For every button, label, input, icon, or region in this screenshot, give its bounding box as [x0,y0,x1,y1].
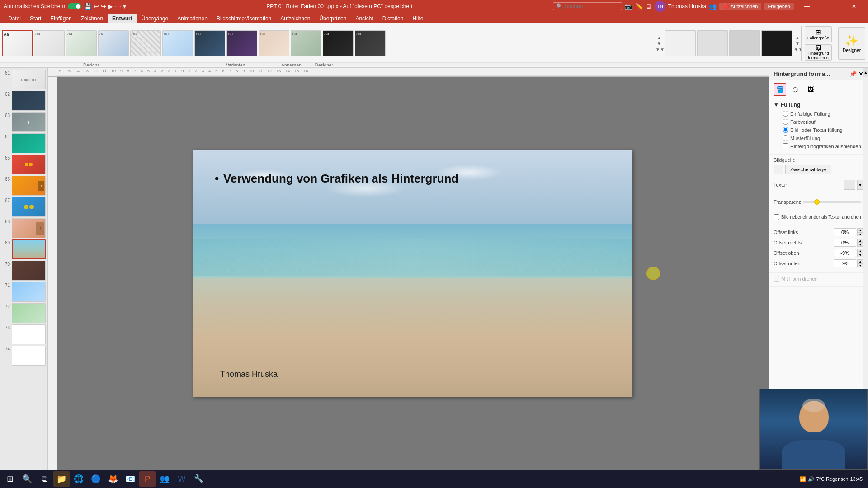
fullung-header[interactable]: ▼ Füllung [774,102,863,108]
tab-hilfe[interactable]: Hilfe [408,14,428,23]
variant-3[interactable] [729,30,760,56]
redo-icon[interactable]: ↪ [101,3,106,10]
tab-ansicht[interactable]: Ansicht [351,14,377,23]
variants-scroll[interactable]: ▲ ▼ ▼▼ [794,35,801,52]
theme-7[interactable]: Aa [194,30,225,56]
slide-item-61[interactable]: 61 Neue Folie [2,70,46,89]
theme-3[interactable]: Aa [66,30,97,56]
tab-datei[interactable]: Datei [4,14,25,23]
collab-icon[interactable]: 👥 [709,3,717,10]
slide-thumb-69[interactable] [12,239,46,259]
variant-scroll-more[interactable]: ▼▼ [794,47,801,52]
muster-radio[interactable] [783,135,788,141]
rp-pin-icon[interactable]: 📌 [849,70,857,77]
slide-thumb-62[interactable] [12,91,46,111]
rp-image-icon[interactable]: 🖼 [804,83,817,96]
taskbar-edge[interactable]: 🌐 [71,471,87,487]
transparenz-slider[interactable] [803,201,861,203]
offset-rechts-up[interactable]: ▲ [857,239,863,243]
tab-aufzeichnen[interactable]: Aufzeichnen [276,14,315,23]
offset-unten-value[interactable] [834,259,856,267]
slide-thumb-64[interactable] [12,133,46,153]
scroll-up-icon[interactable]: ▲ [656,35,663,40]
slide-item-74[interactable]: 74 [2,346,46,366]
slide-thumb-68[interactable]: f [12,218,46,238]
einfache-radio[interactable] [783,111,788,117]
dropdown-icon[interactable]: ▾ [123,3,126,10]
tab-entwurf[interactable]: Entwurf [108,14,137,23]
maximize-button[interactable]: □ [820,0,841,14]
variant-scroll-down[interactable]: ▼ [794,41,801,46]
theme-4[interactable]: Aa [98,30,129,56]
slide-thumb-61[interactable]: Neue Folie [12,70,46,89]
minimize-button[interactable]: — [797,0,817,14]
variant-4[interactable] [761,30,792,56]
theme-9[interactable]: Aa [259,30,289,56]
slide-item-72[interactable]: 72 [2,303,46,323]
tab-ueberprufen[interactable]: Überprüfen [315,14,351,23]
hintergrund-button[interactable]: 🖼 Hintergrundformatieren [805,44,832,61]
zwischenablage-button[interactable]: Zwischenablage [785,165,831,174]
taskbar-word[interactable]: W [174,471,190,487]
slide-item-64[interactable]: 64 [2,133,46,153]
pen-icon[interactable]: ✏️ [635,3,643,10]
slide-thumb-73[interactable] [12,324,46,344]
offset-links-down[interactable]: ▼ [857,232,863,236]
scroll-down-icon[interactable]: ▼ [656,41,663,46]
camera-icon[interactable]: 📷 [625,3,632,10]
freigeben-button[interactable]: Freigeben [764,3,794,10]
tab-einfuegen[interactable]: Einfügen [46,14,76,23]
slide-thumb-70[interactable] [12,261,46,281]
taskbar-outlook[interactable]: 📧 [122,471,138,487]
slide-canvas-wrapper[interactable]: • Verwendung von Grafiken als Hintergrun… [57,77,769,470]
search-taskbar-btn[interactable]: 🔍 [19,471,35,487]
slide-item-67[interactable]: 67 [2,197,46,217]
slide-item-68[interactable]: 68 f [2,218,46,238]
slide-thumb-71[interactable] [12,282,46,302]
theme-10[interactable]: Aa [291,30,321,56]
slide-item-66[interactable]: 66 f [2,176,46,196]
start-button[interactable]: ⊞ [2,471,18,487]
offset-oben-down[interactable]: ▼ [857,253,863,257]
theme-6[interactable]: Aa [162,30,193,56]
rp-fill-icon[interactable]: 🪣 [774,83,786,96]
monitor-icon[interactable]: 🖥 [646,3,652,10]
designer-button[interactable]: ✨ Designer [838,27,865,60]
variant-1[interactable] [665,30,696,56]
taskbar-explorer[interactable]: 📁 [53,471,70,487]
variant-scroll-up[interactable]: ▲ [794,35,801,40]
offset-links-value[interactable] [834,228,856,236]
autosave-toggle[interactable] [68,3,81,9]
task-view-btn[interactable]: ⧉ [36,471,52,487]
tab-start[interactable]: Start [25,14,46,23]
tab-dictation[interactable]: Dictation [378,14,408,23]
tab-animationen[interactable]: Animationen [173,14,212,23]
rp-effects-icon[interactable]: ⬡ [789,83,802,96]
offset-oben-up[interactable]: ▲ [857,249,863,253]
rp-close-icon[interactable]: ✕ [859,70,863,77]
variant-2[interactable] [697,30,728,56]
theme-2[interactable]: Aa [34,30,65,56]
hintergrundgrafiken-checkbox[interactable] [783,143,788,149]
textur-dropdown[interactable]: ▾ [857,180,863,190]
search-input[interactable] [565,3,619,9]
more-icon[interactable]: ⋯ [115,3,121,10]
taskbar-misc[interactable]: 🔧 [191,471,207,487]
taskbar-firefox[interactable]: 🦊 [105,471,121,487]
slide-item-71[interactable]: 71 [2,282,46,302]
theme-11[interactable]: Aa [323,30,354,56]
designs-scroll[interactable]: ▲ ▼ ▼▼ [656,35,663,52]
slide-thumb-67[interactable] [12,197,46,217]
taskbar-powerpoint[interactable]: P [139,471,156,487]
slide-item-62[interactable]: 62 [2,91,46,111]
tab-bildschirmpraesenation[interactable]: Bildschirmpräsentation [212,14,276,23]
save-icon[interactable]: 💾 [84,3,92,10]
slide-item-70[interactable]: 70 [2,261,46,281]
foliengroesse-button[interactable]: ⊞ Foliengröße [805,26,832,42]
slide-item-69[interactable]: 69 [2,239,46,259]
theme-12[interactable]: Aa [355,30,386,56]
theme-5[interactable]: Aa [130,30,161,56]
slide-item-73[interactable]: 73 [2,324,46,344]
mit-form-checkbox[interactable] [774,276,779,282]
bild-textur-radio[interactable] [783,127,788,133]
